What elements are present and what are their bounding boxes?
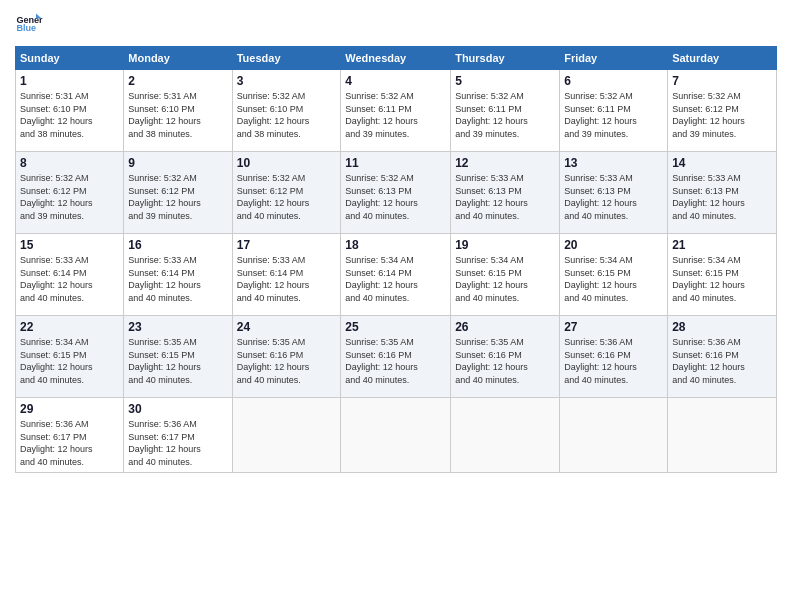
day-number: 6 [564,74,663,88]
table-row: 15Sunrise: 5:33 AM Sunset: 6:14 PM Dayli… [16,234,124,316]
table-row: 1Sunrise: 5:31 AM Sunset: 6:10 PM Daylig… [16,70,124,152]
calendar-week-row: 8Sunrise: 5:32 AM Sunset: 6:12 PM Daylig… [16,152,777,234]
day-info: Sunrise: 5:36 AM Sunset: 6:17 PM Dayligh… [128,418,227,468]
day-number: 12 [455,156,555,170]
table-row: 30Sunrise: 5:36 AM Sunset: 6:17 PM Dayli… [124,398,232,473]
day-info: Sunrise: 5:35 AM Sunset: 6:15 PM Dayligh… [128,336,227,386]
day-info: Sunrise: 5:34 AM Sunset: 6:15 PM Dayligh… [455,254,555,304]
day-info: Sunrise: 5:35 AM Sunset: 6:16 PM Dayligh… [345,336,446,386]
day-info: Sunrise: 5:32 AM Sunset: 6:12 PM Dayligh… [672,90,772,140]
table-row: 9Sunrise: 5:32 AM Sunset: 6:12 PM Daylig… [124,152,232,234]
day-info: Sunrise: 5:36 AM Sunset: 6:16 PM Dayligh… [564,336,663,386]
table-row: 13Sunrise: 5:33 AM Sunset: 6:13 PM Dayli… [560,152,668,234]
day-info: Sunrise: 5:34 AM Sunset: 6:15 PM Dayligh… [672,254,772,304]
day-number: 13 [564,156,663,170]
calendar-week-row: 22Sunrise: 5:34 AM Sunset: 6:15 PM Dayli… [16,316,777,398]
day-number: 28 [672,320,772,334]
table-row [451,398,560,473]
day-number: 7 [672,74,772,88]
day-number: 29 [20,402,119,416]
col-wednesday: Wednesday [341,47,451,70]
day-number: 18 [345,238,446,252]
day-number: 15 [20,238,119,252]
day-info: Sunrise: 5:31 AM Sunset: 6:10 PM Dayligh… [128,90,227,140]
table-row: 10Sunrise: 5:32 AM Sunset: 6:12 PM Dayli… [232,152,341,234]
day-number: 30 [128,402,227,416]
day-number: 11 [345,156,446,170]
col-saturday: Saturday [668,47,777,70]
day-number: 22 [20,320,119,334]
day-number: 20 [564,238,663,252]
day-info: Sunrise: 5:31 AM Sunset: 6:10 PM Dayligh… [20,90,119,140]
day-number: 24 [237,320,337,334]
header: General Blue [15,10,777,38]
col-friday: Friday [560,47,668,70]
table-row: 16Sunrise: 5:33 AM Sunset: 6:14 PM Dayli… [124,234,232,316]
table-row: 21Sunrise: 5:34 AM Sunset: 6:15 PM Dayli… [668,234,777,316]
calendar-table: Sunday Monday Tuesday Wednesday Thursday… [15,46,777,473]
day-info: Sunrise: 5:32 AM Sunset: 6:11 PM Dayligh… [564,90,663,140]
day-number: 17 [237,238,337,252]
table-row: 27Sunrise: 5:36 AM Sunset: 6:16 PM Dayli… [560,316,668,398]
day-number: 23 [128,320,227,334]
table-row: 4Sunrise: 5:32 AM Sunset: 6:11 PM Daylig… [341,70,451,152]
day-info: Sunrise: 5:36 AM Sunset: 6:17 PM Dayligh… [20,418,119,468]
table-row: 24Sunrise: 5:35 AM Sunset: 6:16 PM Dayli… [232,316,341,398]
table-row: 6Sunrise: 5:32 AM Sunset: 6:11 PM Daylig… [560,70,668,152]
day-number: 19 [455,238,555,252]
table-row: 28Sunrise: 5:36 AM Sunset: 6:16 PM Dayli… [668,316,777,398]
day-info: Sunrise: 5:33 AM Sunset: 6:13 PM Dayligh… [564,172,663,222]
table-row: 5Sunrise: 5:32 AM Sunset: 6:11 PM Daylig… [451,70,560,152]
col-monday: Monday [124,47,232,70]
day-info: Sunrise: 5:35 AM Sunset: 6:16 PM Dayligh… [455,336,555,386]
day-info: Sunrise: 5:33 AM Sunset: 6:13 PM Dayligh… [455,172,555,222]
calendar-header-row: Sunday Monday Tuesday Wednesday Thursday… [16,47,777,70]
day-number: 26 [455,320,555,334]
table-row [668,398,777,473]
table-row [232,398,341,473]
table-row: 22Sunrise: 5:34 AM Sunset: 6:15 PM Dayli… [16,316,124,398]
day-number: 2 [128,74,227,88]
calendar-week-row: 15Sunrise: 5:33 AM Sunset: 6:14 PM Dayli… [16,234,777,316]
day-number: 9 [128,156,227,170]
table-row: 26Sunrise: 5:35 AM Sunset: 6:16 PM Dayli… [451,316,560,398]
table-row: 29Sunrise: 5:36 AM Sunset: 6:17 PM Dayli… [16,398,124,473]
table-row: 12Sunrise: 5:33 AM Sunset: 6:13 PM Dayli… [451,152,560,234]
logo: General Blue [15,10,43,38]
table-row [560,398,668,473]
day-info: Sunrise: 5:32 AM Sunset: 6:11 PM Dayligh… [455,90,555,140]
table-row: 20Sunrise: 5:34 AM Sunset: 6:15 PM Dayli… [560,234,668,316]
day-info: Sunrise: 5:35 AM Sunset: 6:16 PM Dayligh… [237,336,337,386]
day-info: Sunrise: 5:32 AM Sunset: 6:11 PM Dayligh… [345,90,446,140]
table-row: 3Sunrise: 5:32 AM Sunset: 6:10 PM Daylig… [232,70,341,152]
day-info: Sunrise: 5:32 AM Sunset: 6:12 PM Dayligh… [20,172,119,222]
day-info: Sunrise: 5:32 AM Sunset: 6:13 PM Dayligh… [345,172,446,222]
svg-text:Blue: Blue [16,23,36,33]
day-info: Sunrise: 5:32 AM Sunset: 6:10 PM Dayligh… [237,90,337,140]
day-number: 1 [20,74,119,88]
day-info: Sunrise: 5:34 AM Sunset: 6:15 PM Dayligh… [564,254,663,304]
day-info: Sunrise: 5:33 AM Sunset: 6:13 PM Dayligh… [672,172,772,222]
table-row [341,398,451,473]
day-number: 21 [672,238,772,252]
day-number: 3 [237,74,337,88]
table-row: 23Sunrise: 5:35 AM Sunset: 6:15 PM Dayli… [124,316,232,398]
day-number: 14 [672,156,772,170]
calendar-page: General Blue Sunday Monday Tuesday Wedne… [0,0,792,612]
day-number: 16 [128,238,227,252]
table-row: 14Sunrise: 5:33 AM Sunset: 6:13 PM Dayli… [668,152,777,234]
day-info: Sunrise: 5:32 AM Sunset: 6:12 PM Dayligh… [237,172,337,222]
day-info: Sunrise: 5:33 AM Sunset: 6:14 PM Dayligh… [128,254,227,304]
calendar-week-row: 29Sunrise: 5:36 AM Sunset: 6:17 PM Dayli… [16,398,777,473]
table-row: 8Sunrise: 5:32 AM Sunset: 6:12 PM Daylig… [16,152,124,234]
day-info: Sunrise: 5:34 AM Sunset: 6:15 PM Dayligh… [20,336,119,386]
day-info: Sunrise: 5:33 AM Sunset: 6:14 PM Dayligh… [237,254,337,304]
table-row: 18Sunrise: 5:34 AM Sunset: 6:14 PM Dayli… [341,234,451,316]
day-number: 10 [237,156,337,170]
day-number: 27 [564,320,663,334]
day-number: 4 [345,74,446,88]
col-tuesday: Tuesday [232,47,341,70]
day-info: Sunrise: 5:33 AM Sunset: 6:14 PM Dayligh… [20,254,119,304]
table-row: 7Sunrise: 5:32 AM Sunset: 6:12 PM Daylig… [668,70,777,152]
logo-icon: General Blue [15,10,43,38]
